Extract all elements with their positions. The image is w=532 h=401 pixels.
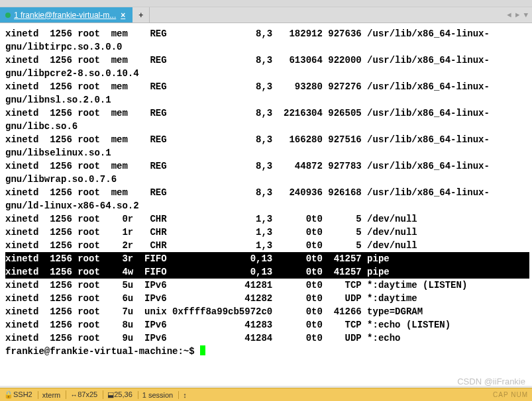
terminal-prompt[interactable]: frankie@frankie-virtual-machine:~$ — [5, 345, 529, 358]
terminal-line: xinetd 1256 root mem REG 8,3 93280 92727… — [5, 80, 529, 93]
terminal-line: xinetd 1256 root mem REG 8,3 182912 9276… — [5, 27, 529, 40]
plus-icon: + — [138, 11, 143, 20]
terminal-line: xinetd 1256 root 9u IPv6 41284 0t0 UDP *… — [5, 332, 529, 345]
terminal-line: xinetd 1256 root 8u IPv6 41283 0t0 TCP *… — [5, 318, 529, 332]
terminal-line: xinetd 1256 root mem REG 8,3 44872 92778… — [5, 159, 529, 173]
watermark-text: CSDN @iiFrankie — [457, 377, 525, 386]
nav-right-icon[interactable]: ► — [515, 11, 520, 19]
terminal-line: gnu/libwrap.so.0.7.6 — [5, 173, 529, 186]
terminal-line: xinetd 1256 root mem REG 8,3 2216304 926… — [5, 107, 529, 120]
terminal-line: xinetd 1256 root mem REG 8,3 613064 9220… — [5, 54, 529, 67]
nav-left-icon[interactable]: ◄ — [507, 11, 511, 19]
status-caps: CAP NUM — [493, 391, 528, 398]
terminal-line: xinetd 1256 root 6u IPv6 41282 0t0 UDP *… — [5, 292, 529, 305]
close-icon[interactable]: × — [119, 11, 127, 20]
status-proto: 🔒 SSH2 — [4, 390, 32, 400]
terminal-line: gnu/libtirpc.so.3.0.0 — [5, 40, 529, 54]
terminal-line: gnu/libc.so.6 — [5, 120, 529, 133]
status-sessions: 1 session — [138, 391, 173, 399]
status-cursor-pos: ⬓ 25,36 — [103, 390, 133, 400]
status-bar: 🔒 SSH2 xterm ↔ 87x25 ⬓ 25,36 1 session ↕… — [0, 388, 532, 401]
tab-bar: 1 frankie@frankie-virtual-m... × + ◄ ► ▼ — [0, 7, 532, 23]
terminal-line: xinetd 1256 root 3r FIFO 0,13 0t0 41257 … — [5, 252, 529, 265]
terminal-line: gnu/libnsl.so.2.0.1 — [5, 93, 529, 107]
terminal-line: gnu/libselinux.so.1 — [5, 146, 529, 159]
terminal-line: xinetd 1256 root mem REG 8,3 240936 9261… — [5, 186, 529, 199]
status-dot-icon — [5, 13, 11, 18]
terminal-line: xinetd 1256 root 4w FIFO 0,13 0t0 41257 … — [5, 265, 529, 279]
status-term: xterm — [38, 391, 61, 399]
tab-session-1[interactable]: 1 frankie@frankie-virtual-m... × — [0, 7, 133, 22]
position-icon: ⬓ — [107, 390, 114, 399]
terminal-output[interactable]: xinetd 1256 root mem REG 8,3 182912 9276… — [0, 23, 532, 386]
resize-icon: ↔ — [70, 391, 78, 399]
terminal-line: gnu/libpcre2-8.so.0.10.4 — [5, 67, 529, 80]
status-updown-icon: ↕ — [178, 391, 187, 399]
nav-menu-icon[interactable]: ▼ — [523, 11, 528, 19]
tab-nav: ◄ ► ▼ — [507, 7, 532, 22]
terminal-line: xinetd 1256 root 1r CHR 1,3 0t0 5 /dev/n… — [5, 226, 529, 239]
window-titlebar — [0, 0, 532, 7]
new-tab-button[interactable]: + — [133, 7, 150, 22]
terminal-line: xinetd 1256 root 5u IPv6 41281 0t0 TCP *… — [5, 279, 529, 292]
terminal-line: xinetd 1256 root mem REG 8,3 166280 9275… — [5, 133, 529, 146]
cursor-icon — [200, 345, 205, 355]
lock-icon: 🔒 — [4, 390, 13, 399]
terminal-line: gnu/ld-linux-x86-64.so.2 — [5, 199, 529, 212]
terminal-line: xinetd 1256 root 0r CHR 1,3 0t0 5 /dev/n… — [5, 212, 529, 226]
terminal-line: xinetd 1256 root 2r CHR 1,3 0t0 5 /dev/n… — [5, 239, 529, 252]
status-size: ↔ 87x25 — [66, 390, 97, 399]
tab-label: 1 frankie@frankie-virtual-m... — [14, 11, 116, 20]
terminal-line: xinetd 1256 root 7u unix 0xffff8a99cb597… — [5, 305, 529, 318]
